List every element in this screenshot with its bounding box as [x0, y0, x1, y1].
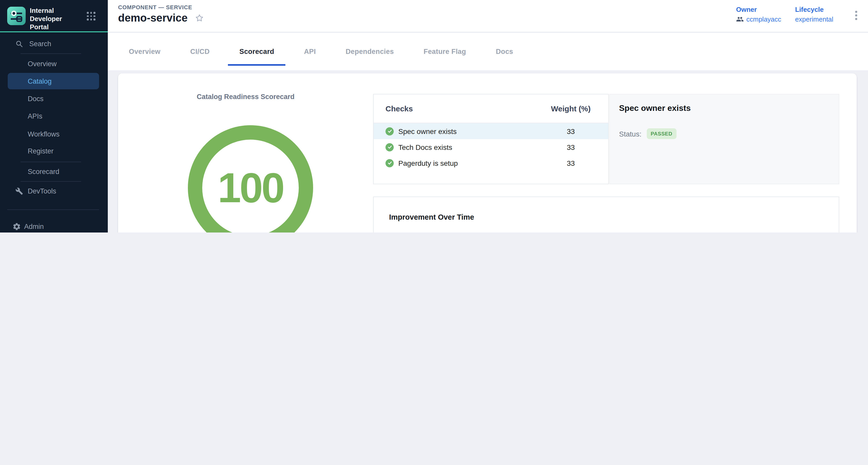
apps-grid-icon[interactable] [87, 12, 95, 21]
checks-column-header: Checks [374, 104, 533, 113]
entity-header: COMPONENT — SERVICE demo-service Owner [108, 0, 868, 32]
improvement-chart-panel: Improvement Over Time 100 75 50 25 0 07:… [373, 196, 839, 232]
sidebar-item-workflows[interactable]: Workflows [0, 126, 108, 142]
owner-link[interactable]: ccmplayacc [746, 16, 781, 23]
check-weight: 33 [533, 127, 608, 135]
check-row-tech-docs[interactable]: Tech Docs exists 33 [374, 139, 608, 155]
sidebar-divider [7, 209, 99, 210]
sidebar-item-admin[interactable]: Admin [0, 218, 108, 232]
score-gauge: 100 [188, 125, 313, 232]
sidebar-item-label: Catalog [28, 77, 52, 85]
entity-kind-eyebrow: COMPONENT — SERVICE [118, 4, 192, 10]
check-name: Pagerduty is setup [398, 159, 458, 167]
sidebar-item-devtools[interactable]: DevTools [0, 183, 108, 199]
sidebar-item-label: Workflows [28, 130, 60, 138]
tab-dependencies[interactable]: Dependencies [331, 33, 409, 70]
check-name: Spec owner exists [398, 127, 457, 135]
sidebar-divider [21, 53, 81, 54]
sidebar-search-label: Search [29, 40, 51, 48]
sidebar-item-scorecard[interactable]: Scorecard [0, 163, 108, 180]
sidebar-item-label: Overview [28, 60, 57, 67]
portal-title: Internal Developer Portal [30, 7, 81, 31]
sidebar-item-overview[interactable]: Overview [0, 56, 108, 72]
check-detail-panel: Spec owner exists Status: PASSED [609, 94, 839, 184]
check-row-spec-owner[interactable]: Spec owner exists 33 [374, 123, 608, 139]
tab-api[interactable]: API [289, 33, 331, 70]
tab-label: CI/CD [190, 48, 210, 56]
tab-cicd[interactable]: CI/CD [175, 33, 224, 70]
scorecard-title: Catalog Readiness Scorecard [118, 93, 373, 101]
sidebar-item-search[interactable]: Search [0, 35, 108, 52]
sidebar-item-docs[interactable]: Docs [0, 90, 108, 107]
checks-table-header: Checks Weight (%) [374, 94, 608, 123]
sidebar-item-label: APIs [28, 112, 42, 120]
tab-label: API [304, 48, 316, 56]
people-icon [736, 16, 744, 23]
scorecard-content: Catalog Readiness Scorecard 100 0-49 50-… [108, 70, 868, 232]
tab-label: Feature Flag [424, 48, 466, 56]
owner-meta: Owner ccmplayacc [736, 6, 781, 23]
tab-label: Scorecard [240, 48, 274, 56]
check-passed-icon [385, 143, 394, 151]
favorite-star-icon[interactable] [195, 13, 205, 23]
check-passed-icon [385, 159, 394, 167]
lifecycle-label: Lifecycle [795, 6, 833, 13]
page-title: demo-service [118, 12, 188, 24]
lifecycle-value: experimental [795, 16, 833, 23]
check-name: Tech Docs exists [398, 143, 452, 151]
entity-tabs-bar: Overview CI/CD Scorecard API Dependencie… [108, 33, 868, 70]
check-row-pagerduty[interactable]: Pagerduty is setup 33 [374, 155, 608, 171]
sidebar: Internal Developer Portal Search Overvie… [0, 0, 108, 232]
more-options-kebab-icon[interactable] [853, 9, 859, 22]
lifecycle-meta: Lifecycle experimental [795, 6, 833, 23]
gear-icon [12, 222, 21, 231]
sidebar-item-label: Scorecard [28, 167, 59, 175]
tab-label: Overview [129, 48, 160, 56]
check-weight: 33 [533, 143, 608, 151]
tab-feature-flag[interactable]: Feature Flag [409, 33, 481, 70]
wrench-icon [16, 187, 23, 195]
sidebar-accent-divider [0, 31, 108, 32]
sidebar-item-label: Docs [28, 95, 43, 102]
check-weight: 33 [533, 159, 608, 167]
status-label: Status: [619, 130, 641, 138]
search-icon [16, 40, 23, 48]
check-detail-title: Spec owner exists [619, 104, 691, 113]
app-root: Internal Developer Portal Search Overvie… [0, 0, 868, 232]
tab-label: Docs [496, 48, 513, 56]
tab-docs[interactable]: Docs [481, 33, 528, 70]
sidebar-divider [21, 181, 81, 182]
status-passed-badge: PASSED [647, 128, 676, 139]
sidebar-item-label: DevTools [28, 187, 56, 195]
check-passed-icon [385, 127, 394, 135]
chart-title: Improvement Over Time [389, 213, 474, 221]
sidebar-item-register[interactable]: Register [0, 143, 108, 159]
y-axis-tick: 100 [378, 231, 399, 232]
portal-logo-icon [7, 7, 26, 25]
tab-overview[interactable]: Overview [114, 33, 175, 70]
sidebar-item-catalog[interactable]: Catalog [8, 73, 99, 89]
owner-label: Owner [736, 6, 781, 13]
sidebar-item-label: Register [28, 147, 54, 155]
score-value: 100 [218, 164, 283, 212]
tab-label: Dependencies [346, 48, 394, 56]
sidebar-divider [21, 162, 81, 162]
weight-column-header: Weight (%) [533, 104, 608, 113]
sidebar-item-apis[interactable]: APIs [0, 108, 108, 124]
sidebar-item-label: Admin [24, 222, 44, 230]
checks-panel: Checks Weight (%) Spec owner exists 33 [373, 94, 609, 184]
main-area: COMPONENT — SERVICE demo-service Owner [108, 0, 868, 232]
scorecard-card: Catalog Readiness Scorecard 100 0-49 50-… [118, 73, 857, 232]
tab-scorecard[interactable]: Scorecard [224, 33, 289, 70]
